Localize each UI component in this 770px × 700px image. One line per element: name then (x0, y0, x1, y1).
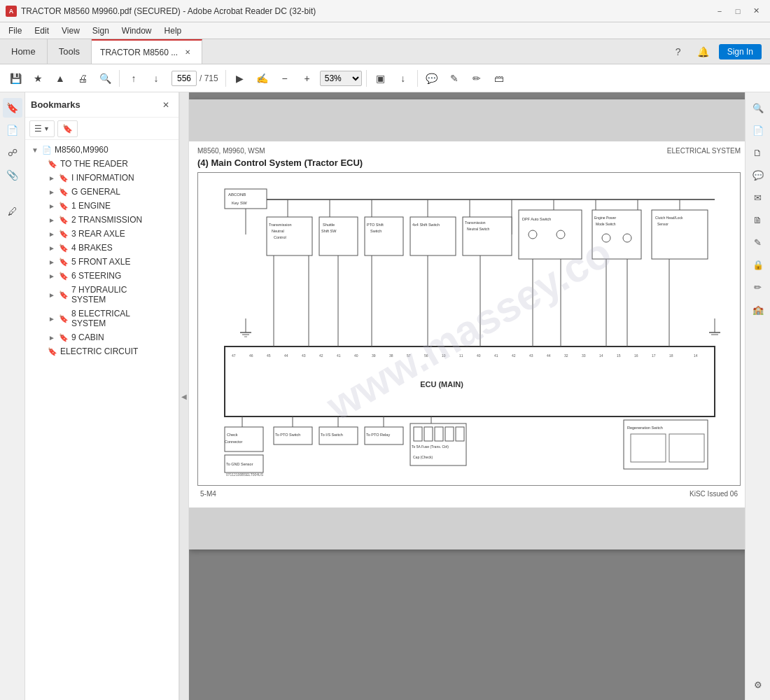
menu-help[interactable]: Help (159, 24, 188, 37)
bm-item-engine[interactable]: ► 🔖 1 ENGINE (25, 199, 178, 213)
layers-icon-btn[interactable]: ☍ (3, 143, 22, 162)
bm-item-steering[interactable]: ► 🔖 6 STEERING (25, 269, 178, 283)
bm-item-brakes[interactable]: ► 🔖 4 BRAKES (25, 241, 178, 255)
prev-page-button[interactable]: ↑ (124, 69, 144, 88)
bm-item-hydraulic[interactable]: ► 🔖 7 HYDRAULICSYSTEM (25, 283, 178, 307)
svg-text:To PTO Switch: To PTO Switch (275, 433, 300, 437)
tab-document[interactable]: TRACTOR M8560 ... ✕ (92, 39, 202, 64)
app-icon: A (6, 6, 17, 17)
bm-item-frontaxle[interactable]: ► 🔖 5 FRONT AXLE (25, 255, 178, 269)
svg-text:11: 11 (459, 354, 463, 358)
menu-file[interactable]: File (3, 24, 27, 37)
tab-close-button[interactable]: ✕ (182, 47, 193, 58)
right-organize-icon-btn[interactable]: 🏫 (748, 300, 768, 319)
svg-text:Connector: Connector (225, 440, 243, 444)
zoom-in-button[interactable]: + (298, 69, 317, 88)
bm-general-label: G GENERAL (71, 187, 120, 197)
print-button[interactable]: 🖨 (73, 69, 92, 88)
right-settings-icon-btn[interactable]: ⚙ (748, 675, 768, 694)
bm-general-chevron: ► (48, 188, 56, 196)
stamp-button[interactable]: 🗃 (489, 69, 509, 88)
pdf-viewer[interactable]: M8560, M9960, WSM ELECTRICAL SYSTEM (4) … (189, 92, 745, 700)
bm-item-electrical[interactable]: ► 🔖 8 ELECTRICALSYSTEM (25, 307, 178, 330)
right-comment-icon-btn[interactable]: 💬 (748, 165, 768, 185)
right-protect-icon-btn[interactable]: 🔒 (748, 255, 768, 274)
bm-item-electric[interactable]: 🔖 ELECTRIC CIRCUIT (25, 344, 178, 358)
separator-1 (119, 70, 120, 87)
download-button[interactable]: ↓ (393, 69, 413, 88)
tab-tools[interactable]: Tools (48, 39, 92, 64)
pages-icon-btn[interactable]: 📄 (3, 120, 22, 140)
upload-button[interactable]: ▲ (50, 69, 70, 88)
svg-rect-92 (631, 434, 666, 462)
bm-frontaxle-label: 5 FRONT AXLE (71, 257, 130, 267)
select-tool-button[interactable]: ▶ (230, 69, 250, 88)
bm-item-general[interactable]: ► 🔖 G GENERAL (25, 185, 178, 199)
fit-page-button[interactable]: ▣ (371, 69, 391, 88)
highlight-button[interactable]: ✎ (444, 69, 464, 88)
right-edit-icon-btn[interactable]: ✏ (748, 277, 768, 297)
pdf-header-right: ELECTRICAL SYSTEM (667, 147, 741, 155)
zoom-out-button[interactable]: − (275, 69, 295, 88)
svg-text:10: 10 (442, 354, 446, 358)
svg-text:4x4 Shift Switch: 4x4 Shift Switch (412, 223, 440, 227)
bm-item-info[interactable]: ► 🔖 I INFORMATION (25, 171, 178, 185)
close-button[interactable]: ✕ (748, 4, 764, 18)
bookmark-button[interactable]: ★ (28, 69, 48, 88)
right-send-icon-btn[interactable]: ✉ (748, 188, 768, 207)
help-icon-btn[interactable]: ? (668, 42, 688, 62)
pdf-content: M8560, M9960, WSM ELECTRICAL SYSTEM (4) … (189, 141, 745, 503)
bookmarks-close-button[interactable]: ✕ (159, 98, 173, 112)
maximize-button[interactable]: □ (729, 4, 746, 18)
attachments-icon-btn[interactable]: 📎 (3, 165, 22, 185)
bm-reader-icon: 🔖 (48, 160, 57, 169)
svg-text:40: 40 (354, 354, 358, 358)
svg-text:41: 41 (494, 354, 498, 358)
notifications-icon-btn[interactable]: 🔔 (694, 42, 713, 62)
comment-button[interactable]: 💬 (422, 69, 442, 88)
bm-steering-label: 6 STEERING (71, 271, 121, 281)
bm-item-rearaxle[interactable]: ► 🔖 3 REAR AXLE (25, 227, 178, 241)
right-fill-icon-btn[interactable]: 🗎 (748, 210, 768, 230)
menu-view[interactable]: View (56, 24, 85, 37)
panel-collapse-handle[interactable]: ◀ (179, 92, 189, 700)
svg-text:33: 33 (582, 354, 586, 358)
tab-bar: Home Tools TRACTOR M8560 ... ✕ ? 🔔 Sign … (0, 39, 770, 64)
bm-item-reader[interactable]: 🔖 TO THE READER (25, 157, 178, 171)
svg-point-38 (623, 234, 631, 242)
draw-button[interactable]: ✏ (467, 69, 486, 88)
menu-edit[interactable]: Edit (29, 24, 55, 37)
menu-window[interactable]: Window (116, 24, 158, 37)
bm-item-transmission[interactable]: ► 🔖 2 TRANSMISSION (25, 213, 178, 227)
pdf-header-row: M8560, M9960, WSM ELECTRICAL SYSTEM (197, 147, 741, 155)
save-button[interactable]: 💾 (6, 69, 25, 88)
right-pages-icon-btn[interactable]: 📄 (748, 120, 768, 140)
right-search-icon-btn[interactable]: 🔍 (748, 98, 768, 118)
minimize-button[interactable]: − (711, 4, 728, 18)
bm-steering-chevron: ► (48, 272, 56, 280)
svg-text:Check: Check (227, 433, 238, 437)
next-page-button[interactable]: ↓ (146, 69, 166, 88)
svg-text:Switch: Switch (370, 229, 382, 233)
page-number-input[interactable] (172, 71, 197, 86)
pdf-footer-right: KiSC Issued 06 (690, 490, 738, 498)
zoom-select[interactable]: 53% 75% 100% 125% 150% (320, 71, 362, 86)
svg-text:Shift SW: Shift SW (321, 229, 337, 233)
signatures-icon-btn[interactable]: 🖊 (3, 202, 22, 221)
search-button[interactable]: 🔍 (95, 69, 115, 88)
svg-text:To I/S Switch: To I/S Switch (321, 433, 343, 437)
right-annotate-icon-btn[interactable]: ✎ (748, 232, 768, 252)
bm-item-cabin[interactable]: ► 🔖 9 CABIN (25, 330, 178, 344)
svg-text:43: 43 (529, 354, 533, 358)
menu-sign[interactable]: Sign (87, 24, 115, 37)
bm-expand-button[interactable]: ☰ ▼ (29, 120, 55, 137)
tab-home[interactable]: Home (0, 39, 48, 64)
bm-bookmark-button[interactable]: 🔖 (57, 120, 78, 137)
right-export-icon-btn[interactable]: 🗋 (748, 143, 768, 162)
bm-info-icon: 🔖 (59, 174, 69, 183)
hand-tool-button[interactable]: ✍ (253, 69, 272, 88)
bm-root-item[interactable]: ▼ 📄 M8560,M9960 (25, 143, 178, 157)
bm-transmission-icon: 🔖 (59, 216, 69, 225)
sign-in-button[interactable]: Sign In (719, 44, 762, 59)
bookmarks-icon-btn[interactable]: 🔖 (3, 98, 22, 118)
